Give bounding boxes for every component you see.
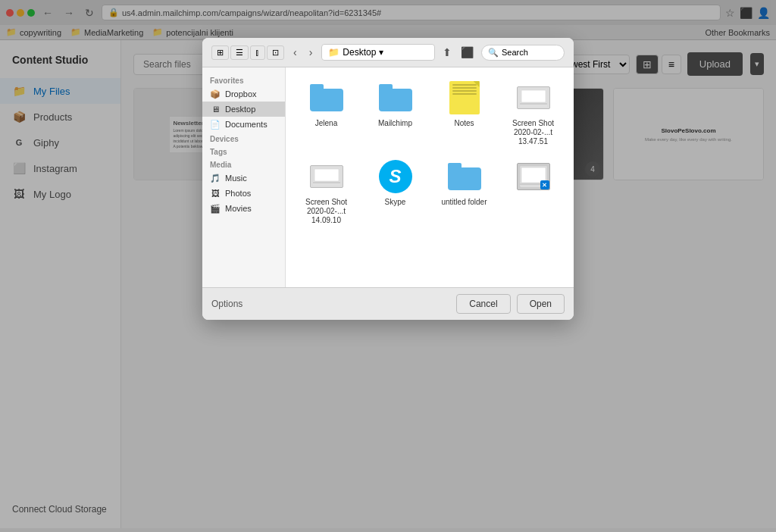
- file-name-screenshot1: Screen Shot2020-02-...t 13.47.51: [506, 119, 561, 146]
- dialog-grid-view-button[interactable]: ⊞: [211, 45, 229, 60]
- file-name-mailchimp: Mailchimp: [378, 119, 412, 128]
- dialog-body: Favorites 📦 Dropbox 🖥 Desktop 📄 Document…: [202, 67, 574, 287]
- file-item-mailchimp[interactable]: Mailchimp: [364, 77, 427, 149]
- photos-label: Photos: [225, 189, 251, 198]
- sidebar-nav-dropbox[interactable]: 📦 Dropbox: [202, 86, 285, 102]
- music-label: Music: [225, 174, 247, 183]
- sidebar-nav-desktop[interactable]: 🖥 Desktop: [202, 102, 285, 117]
- unknown-file-icon: ✕: [515, 158, 552, 195]
- dialog-view-buttons: ⊞ ☰ ⫿ ⊡: [211, 45, 284, 60]
- dialog-footer-buttons: Cancel Open: [456, 294, 565, 314]
- file-item-notes[interactable]: Notes: [433, 77, 496, 149]
- dialog-location[interactable]: 📁 Desktop ▾: [321, 44, 435, 61]
- file-name-skype: Skype: [385, 198, 406, 207]
- music-icon: 🎵: [210, 173, 221, 183]
- photos-icon: 🖼: [210, 188, 221, 199]
- dialog-footer: Options Cancel Open: [202, 287, 574, 320]
- svg-rect-4: [314, 169, 339, 181]
- movies-label: Movies: [225, 204, 252, 213]
- file-item-untitled-folder[interactable]: untitled folder: [433, 155, 496, 228]
- documents-icon: 📄: [210, 119, 221, 130]
- options-label: Options: [211, 299, 242, 309]
- dialog-sidebar: Favorites 📦 Dropbox 🖥 Desktop 📄 Document…: [202, 67, 286, 287]
- file-item-jelena[interactable]: Jelena: [295, 77, 358, 149]
- dialog-files-grid: Jelena Mailchimp: [286, 67, 574, 287]
- chevron-down-icon: ▾: [379, 47, 383, 58]
- notes-file-icon: [446, 80, 483, 116]
- file-dialog: ⊞ ☰ ⫿ ⊡ ‹ › 📁 Desktop ▾ ⬆ ⬛ 🔍 Search: [202, 38, 574, 320]
- location-text: Desktop: [343, 47, 376, 58]
- dialog-back-button[interactable]: ‹: [290, 45, 300, 60]
- folder-jelena-icon: [308, 80, 345, 116]
- file-item-screenshot2[interactable]: Screen Shot2020-02-...t 14.09.10: [295, 155, 358, 228]
- folder-untitled-icon: [446, 158, 483, 195]
- file-item-unknown[interactable]: ✕: [502, 155, 565, 228]
- file-name-jelena: Jelena: [315, 119, 337, 128]
- cancel-button[interactable]: Cancel: [456, 294, 510, 314]
- file-item-skype[interactable]: S Skype: [364, 155, 427, 228]
- sidebar-nav-documents[interactable]: 📄 Documents: [202, 117, 285, 132]
- dialog-forward-button[interactable]: ›: [306, 45, 316, 60]
- open-button[interactable]: Open: [517, 294, 565, 314]
- dropbox-icon: 📦: [210, 89, 221, 99]
- dialog-gallery-view-button[interactable]: ⊡: [267, 45, 284, 60]
- dialog-options[interactable]: Options: [211, 299, 242, 309]
- sidebar-nav-photos[interactable]: 🖼 Photos: [202, 186, 285, 201]
- file-item-screenshot1[interactable]: Screen Shot2020-02-...t 13.47.51: [502, 77, 565, 149]
- dialog-header: ⊞ ☰ ⫿ ⊡ ‹ › 📁 Desktop ▾ ⬆ ⬛ 🔍 Search: [202, 38, 574, 67]
- sidebar-nav-movies[interactable]: 🎬 Movies: [202, 201, 285, 216]
- screenshot2-icon: [308, 158, 345, 195]
- dialog-tag-button[interactable]: ⬛: [459, 45, 475, 60]
- skype-file-icon: S: [377, 158, 414, 195]
- screenshot1-icon: [515, 80, 552, 116]
- dialog-share-button[interactable]: ⬆: [441, 45, 453, 60]
- search-icon: 🔍: [488, 48, 499, 58]
- desktop-label: Desktop: [225, 105, 255, 114]
- folder-mailchimp-icon: [377, 80, 414, 116]
- documents-label: Documents: [225, 120, 268, 129]
- search-placeholder: Search: [502, 48, 528, 57]
- media-section-title: Media: [202, 158, 285, 171]
- dropbox-label: Dropbox: [225, 89, 257, 99]
- tags-section-title: Tags: [202, 145, 285, 158]
- favorites-section-title: Favorites: [202, 74, 285, 86]
- file-name-notes: Notes: [454, 119, 474, 128]
- sidebar-nav-music[interactable]: 🎵 Music: [202, 171, 285, 186]
- desktop-icon: 🖥: [210, 104, 221, 114]
- svg-rect-1: [521, 90, 546, 102]
- folder-icon: 📁: [328, 47, 340, 58]
- devices-section-title: Devices: [202, 132, 285, 145]
- dialog-overlay[interactable]: ⊞ ☰ ⫿ ⊡ ‹ › 📁 Desktop ▾ ⬆ ⬛ 🔍 Search: [0, 0, 776, 532]
- dialog-list-view-button[interactable]: ☰: [230, 45, 249, 60]
- dialog-search[interactable]: 🔍 Search: [481, 45, 565, 61]
- dialog-columns-view-button[interactable]: ⫿: [250, 45, 265, 60]
- movies-icon: 🎬: [210, 203, 221, 214]
- file-name-untitled-folder: untitled folder: [441, 198, 487, 207]
- file-name-screenshot2: Screen Shot2020-02-...t 14.09.10: [299, 198, 354, 225]
